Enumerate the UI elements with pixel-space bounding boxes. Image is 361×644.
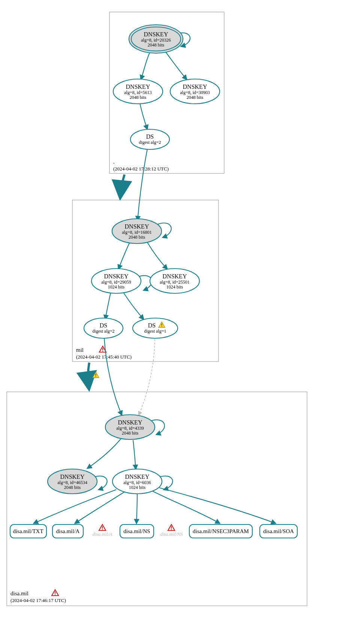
svg-text:alg=8, id=6036: alg=8, id=6036 xyxy=(123,480,151,485)
svg-text:disa.mil/NS: disa.mil/NS xyxy=(123,528,150,534)
svg-rect-4 xyxy=(96,374,96,376)
svg-text:DS: DS xyxy=(146,133,154,140)
node-dnskey[interactable]: DNSKEY alg=8, id=30903 2048 bits xyxy=(170,79,220,104)
edge xyxy=(166,52,187,79)
edge xyxy=(87,439,121,468)
svg-text:alg=8, id=30903: alg=8, id=30903 xyxy=(180,90,210,95)
edge xyxy=(147,242,167,269)
svg-text:alg=8, id=5613: alg=8, id=5613 xyxy=(124,90,152,95)
edge-dashed xyxy=(139,339,155,415)
edge xyxy=(75,492,124,523)
svg-text:2048 bits: 2048 bits xyxy=(187,95,204,100)
error-icon xyxy=(52,590,58,596)
edge xyxy=(140,103,147,129)
svg-text:DNSKEY: DNSKEY xyxy=(118,419,142,426)
dnssec-diagram: . (2024-04-02 17:28:12 UTC) mil (2024-04… xyxy=(0,0,361,644)
edge xyxy=(34,490,116,523)
svg-text:2048 bits: 2048 bits xyxy=(64,485,81,490)
svg-text:2048 bits: 2048 bits xyxy=(130,95,147,100)
svg-text:DNSKEY: DNSKEY xyxy=(104,273,129,279)
svg-rect-40 xyxy=(162,324,162,326)
svg-rect-59 xyxy=(102,529,103,530)
node-dnskey-root-ksk[interactable]: DNSKEY alg=8, id=20326 2048 bits xyxy=(129,25,183,53)
error-icon xyxy=(168,524,175,530)
record-a[interactable]: disa.mil/A xyxy=(52,524,83,538)
error-icon xyxy=(99,524,106,530)
node-dnskey[interactable]: DNSKEY alg=8, id=29059 1024 bits xyxy=(91,269,141,293)
delegation-edge xyxy=(88,363,89,388)
svg-text:DNSKEY: DNSKEY xyxy=(183,84,207,90)
svg-text:DS: DS xyxy=(148,322,156,329)
svg-text:DNSKEY: DNSKEY xyxy=(144,31,168,37)
zone-box-disa xyxy=(7,392,307,606)
edge xyxy=(138,149,147,220)
node-dnskey[interactable]: DNSKEY alg=8, id=46534 2048 bits xyxy=(48,469,97,494)
zone-ts-disa: (2024-04-02 17:46:17 UTC) xyxy=(10,598,66,603)
svg-text:alg=8, id=25501: alg=8, id=25501 xyxy=(160,279,190,285)
record-soa[interactable]: disa.mil/SOA xyxy=(260,524,297,538)
svg-rect-1 xyxy=(102,351,103,352)
edge xyxy=(141,52,150,79)
edge xyxy=(104,338,122,415)
svg-text:disa.mil/A: disa.mil/A xyxy=(92,531,112,537)
svg-text:digest alg=2: digest alg=2 xyxy=(92,329,114,334)
svg-text:1024 bits: 1024 bits xyxy=(166,284,183,290)
svg-text:2048 bits: 2048 bits xyxy=(148,42,165,48)
svg-text:disa.mil/SOA: disa.mil/SOA xyxy=(263,528,294,534)
record-txt[interactable]: disa.mil/TXT xyxy=(10,524,46,538)
svg-text:disa.mil/NS: disa.mil/NS xyxy=(160,531,183,537)
svg-text:2048 bits: 2048 bits xyxy=(122,430,139,436)
svg-rect-5 xyxy=(96,376,96,377)
svg-text:alg=8, id=16801: alg=8, id=16801 xyxy=(122,230,152,235)
node-dnskey[interactable]: DNSKEY alg=8, id=6036 1024 bits xyxy=(112,469,162,494)
svg-text:DNSKEY: DNSKEY xyxy=(163,273,187,279)
zone-name-disa: disa.mil xyxy=(10,590,28,596)
edge xyxy=(159,488,276,523)
edge xyxy=(118,242,130,269)
node-ds[interactable]: DS digest alg=2 xyxy=(130,129,169,149)
svg-text:DNSKEY: DNSKEY xyxy=(60,474,85,480)
record-nsec3param[interactable]: disa.mil/NSEC3PARAM xyxy=(189,524,252,538)
svg-text:digest alg=1: digest alg=1 xyxy=(144,329,166,334)
svg-rect-2 xyxy=(55,592,55,594)
warning-icon xyxy=(93,372,99,378)
svg-text:disa.mil/NSEC3PARAM: disa.mil/NSEC3PARAM xyxy=(193,528,249,534)
svg-text:alg=8, id=4339: alg=8, id=4339 xyxy=(116,426,144,431)
svg-text:DNSKEY: DNSKEY xyxy=(126,84,150,90)
svg-text:2048 bits: 2048 bits xyxy=(129,235,145,240)
svg-text:alg=8, id=29059: alg=8, id=29059 xyxy=(101,279,131,285)
svg-text:DNSKEY: DNSKEY xyxy=(125,474,150,480)
svg-text:DNSKEY: DNSKEY xyxy=(125,223,149,230)
edge xyxy=(124,293,144,319)
node-ds[interactable]: DS digest alg=2 xyxy=(84,318,123,338)
svg-text:1024 bits: 1024 bits xyxy=(129,485,146,490)
node-dnskey[interactable]: DNSKEY alg=8, id=5613 2048 bits xyxy=(113,79,163,104)
svg-rect-64 xyxy=(171,529,172,530)
edge xyxy=(133,440,136,469)
edge xyxy=(105,293,111,319)
record-ns[interactable]: disa.mil/NS xyxy=(120,524,154,538)
svg-text:alg=8, id=46534: alg=8, id=46534 xyxy=(57,480,87,485)
zone-ts-mil: (2024-04-02 17:45:40 UTC) xyxy=(76,354,132,360)
svg-text:1024 bits: 1024 bits xyxy=(108,284,125,290)
svg-text:disa.mil/TXT: disa.mil/TXT xyxy=(13,528,43,534)
missing-record-ns: disa.mil/NS xyxy=(160,524,183,537)
node-ds-warning[interactable]: DS digest alg=1 xyxy=(133,318,178,338)
edge xyxy=(153,491,220,523)
svg-rect-41 xyxy=(162,326,162,327)
zone-name-root: . xyxy=(113,159,115,165)
svg-rect-58 xyxy=(102,526,103,529)
zone-name-mil: mil xyxy=(76,347,84,353)
svg-rect-63 xyxy=(171,526,172,529)
node-dnskey-mil-ksk[interactable]: DNSKEY alg=8, id=16801 2048 bits xyxy=(112,219,162,244)
svg-rect-0 xyxy=(102,348,103,350)
node-dnskey[interactable]: DNSKEY alg=8, id=25501 1024 bits xyxy=(150,269,199,293)
svg-text:digest alg=2: digest alg=2 xyxy=(139,140,161,145)
svg-rect-3 xyxy=(55,595,55,595)
svg-text:disa.mil/A: disa.mil/A xyxy=(56,528,80,534)
node-dnskey-disa-ksk[interactable]: DNSKEY alg=8, id=4339 2048 bits xyxy=(105,415,155,439)
zone-ts-root: (2024-04-02 17:28:12 UTC) xyxy=(113,166,169,172)
svg-text:alg=8, id=20326: alg=8, id=20326 xyxy=(141,37,171,43)
svg-text:DS: DS xyxy=(100,322,107,329)
missing-record-a: disa.mil/A xyxy=(92,524,112,537)
